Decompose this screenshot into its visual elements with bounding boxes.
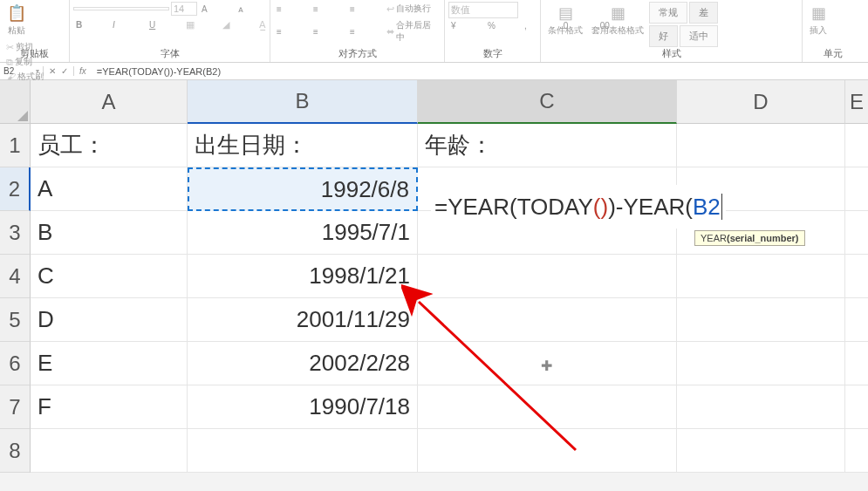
style-neutral[interactable]: 适中: [680, 25, 718, 47]
cell-editor[interactable]: =YEAR(TODAY())-YEAR(B2: [431, 185, 726, 228]
cell-B1[interactable]: 出生日期：: [188, 124, 418, 167]
formula-paren-open: (: [593, 194, 601, 221]
cell-B7[interactable]: 1990/7/18: [188, 385, 418, 429]
cell-E3[interactable]: [845, 211, 868, 255]
column-header-E[interactable]: E: [845, 80, 868, 124]
fill-color-button[interactable]: ◢: [220, 18, 255, 31]
style-normal[interactable]: 常规: [649, 2, 687, 24]
cell-B5[interactable]: 2001/11/29: [188, 298, 418, 342]
row-header-2[interactable]: 2: [0, 167, 31, 211]
align-left-button[interactable]: ≡: [274, 26, 309, 38]
select-all-corner[interactable]: [0, 80, 31, 124]
currency-button[interactable]: ¥: [448, 20, 483, 31]
style-bad[interactable]: 差: [689, 2, 718, 24]
font-size-select[interactable]: 14: [171, 2, 197, 16]
row-header-5[interactable]: 5: [0, 298, 31, 342]
cell-C7[interactable]: [418, 385, 677, 429]
align-right-button[interactable]: ≡: [347, 26, 382, 38]
cell-B3[interactable]: 1995/7/1: [188, 211, 418, 255]
cell-C4[interactable]: [418, 255, 677, 298]
cell-D8[interactable]: [677, 429, 845, 473]
increase-font-button[interactable]: A: [199, 3, 234, 15]
italic-button[interactable]: I: [110, 19, 145, 31]
cell-A8[interactable]: [31, 429, 188, 473]
decrease-font-button[interactable]: ᴀ: [236, 3, 270, 15]
cell-D6[interactable]: [677, 342, 845, 385]
text-cursor: [721, 194, 722, 220]
worksheet[interactable]: ABCDE1员工：出生日期：年龄：2A1992/6/83B1995/7/14C1…: [0, 80, 868, 473]
cell-E5[interactable]: [845, 298, 868, 342]
formula-input[interactable]: =YEAR(TODAY())-YEAR(B2): [92, 66, 868, 77]
row-header-6[interactable]: 6: [0, 342, 31, 385]
cell-B2[interactable]: 1992/6/8: [188, 167, 418, 211]
fx-icon[interactable]: fx: [74, 66, 92, 76]
percent-button[interactable]: %: [485, 20, 520, 31]
formula-text-prefix: =YEAR(TODAY: [434, 194, 593, 221]
formula-text-mid: )-YEAR(: [608, 194, 693, 221]
paste-icon: 📋: [7, 3, 26, 23]
cell-C5[interactable]: [418, 298, 677, 342]
cell-A7[interactable]: F: [31, 385, 188, 429]
formula-paren-close: ): [600, 194, 608, 221]
cell-D5[interactable]: [677, 298, 845, 342]
formula-cell-ref: B2: [693, 194, 721, 221]
table-format-button[interactable]: ▦ 套用表格格式: [588, 2, 647, 38]
insert-icon: ▦: [811, 3, 826, 23]
cell-cursor-icon: ✚: [541, 358, 552, 374]
conditional-label: 条件格式: [548, 24, 583, 37]
row-header-3[interactable]: 3: [0, 211, 31, 255]
wrap-text-button[interactable]: ↩自动换行: [384, 2, 434, 16]
style-good[interactable]: 好: [649, 25, 678, 47]
border-button[interactable]: ▦: [183, 18, 218, 31]
row-header-7[interactable]: 7: [0, 385, 31, 429]
bold-button[interactable]: B: [73, 19, 108, 31]
align-center-button[interactable]: ≡: [311, 26, 345, 38]
align-top-button[interactable]: ≡: [274, 3, 309, 15]
conditional-format-button[interactable]: ▤ 条件格式: [544, 2, 586, 38]
cell-B4[interactable]: 1998/1/21: [188, 255, 418, 298]
cell-E4[interactable]: [845, 255, 868, 298]
number-format-select[interactable]: 数值: [448, 2, 518, 18]
cell-D7[interactable]: [677, 385, 845, 429]
cell-A5[interactable]: D: [31, 298, 188, 342]
wrap-icon: ↩: [386, 3, 394, 15]
cell-E7[interactable]: [845, 385, 868, 429]
underline-button[interactable]: U: [147, 19, 181, 31]
paste-button[interactable]: 📋 粘贴: [3, 2, 30, 38]
merge-label: 合并后居中: [396, 19, 438, 44]
cell-D4[interactable]: [677, 255, 845, 298]
cell-E8[interactable]: [845, 429, 868, 473]
cell-B6[interactable]: 2002/2/28: [188, 342, 418, 385]
cell-E2[interactable]: [845, 167, 868, 211]
cell-A2[interactable]: A: [31, 167, 188, 211]
cell-C8[interactable]: [418, 429, 677, 473]
number-group-label: 数字: [445, 47, 540, 60]
column-header-B[interactable]: B: [188, 80, 418, 124]
column-header-D[interactable]: D: [677, 80, 845, 124]
cell-D1[interactable]: [677, 124, 845, 167]
cell-A3[interactable]: B: [31, 211, 188, 255]
conditional-icon: ▤: [558, 3, 573, 23]
cell-B8[interactable]: [188, 429, 418, 473]
align-middle-button[interactable]: ≡: [311, 3, 345, 15]
row-header-8[interactable]: 8: [0, 429, 31, 473]
cell-A4[interactable]: C: [31, 255, 188, 298]
cell-C1[interactable]: 年龄：: [418, 124, 677, 167]
cell-E6[interactable]: [845, 342, 868, 385]
cell-E1[interactable]: [845, 124, 868, 167]
cell-A6[interactable]: E: [31, 342, 188, 385]
cell-A1[interactable]: 员工：: [31, 124, 188, 167]
merge-icon: ⬌: [386, 26, 394, 38]
styles-group-label: 样式: [541, 47, 802, 60]
column-header-C[interactable]: C: [418, 80, 677, 124]
insert-button[interactable]: ▦ 插入: [806, 2, 830, 38]
border-icon: ▦: [186, 19, 195, 31]
merge-button[interactable]: ⬌合并后居中: [384, 18, 441, 44]
font-group-label: 字体: [70, 47, 270, 60]
column-header-A[interactable]: A: [31, 80, 188, 124]
function-tooltip: YEAR(serial_number): [694, 230, 805, 246]
row-header-4[interactable]: 4: [0, 255, 31, 298]
font-family-select[interactable]: [73, 7, 169, 10]
row-header-1[interactable]: 1: [0, 124, 31, 167]
align-bottom-button[interactable]: ≡: [347, 3, 382, 15]
